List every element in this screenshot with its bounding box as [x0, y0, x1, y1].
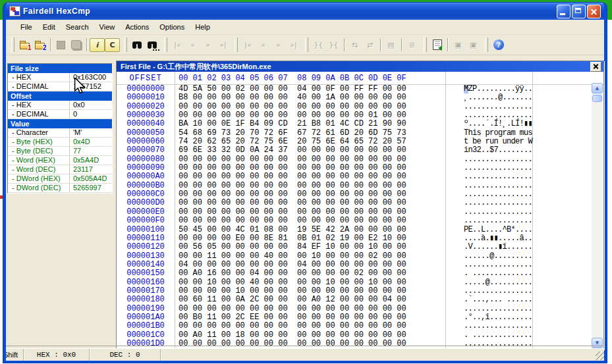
offset-cell: 000001B0	[117, 322, 175, 330]
info-row-label: - Character	[8, 128, 70, 137]
file-number-label: 2	[43, 44, 47, 51]
window-title: Fairdell HexCmp	[23, 7, 90, 16]
hex-row[interactable]: 0000016000 00 10 00 00 40 00 00 00 00 10…	[117, 278, 592, 287]
hex-row[interactable]: 000000C000 00 00 00 00 00 00 00 00 00 00…	[117, 190, 592, 199]
new-compare-button[interactable]	[430, 38, 445, 52]
toolbar-gripper[interactable]	[424, 38, 427, 52]
find-next-button[interactable]	[145, 38, 160, 52]
hex-bytes-cell: 00 00 00 00 00 00 00 00 00 00 00 00 00 0…	[179, 111, 406, 120]
hex-row[interactable]: 0000019000 00 00 00 00 00 00 00 00 00 00…	[117, 305, 592, 313]
hex-row[interactable]: 000000B000 00 00 00 00 00 00 00 00 00 00…	[117, 182, 592, 190]
info-row: - Character'M'	[8, 128, 112, 138]
hex-bytes-cell: 4D 5A 50 00 02 00 00 00 04 00 0F 00 FF F…	[179, 85, 406, 93]
hex-row[interactable]: 00000010B8 00 00 00 00 00 00 00 40 00 1A…	[117, 93, 592, 102]
hex-row[interactable]: 0000015000 A0 16 00 00 04 00 00 00 00 00…	[117, 269, 592, 278]
hex-row[interactable]: 000000D000 00 00 00 00 00 00 00 00 00 00…	[117, 199, 592, 207]
hex-row[interactable]: 0000014004 00 00 00 00 00 00 00 04 00 00…	[117, 261, 592, 269]
toolbar-gripper[interactable]	[485, 38, 488, 52]
menu-bar: FileEditSearchViewActionsOptionsHelp	[6, 20, 604, 35]
hex-row[interactable]: 0000005054 68 69 73 20 70 72 6F 67 72 61…	[117, 129, 592, 138]
info-row-label: - HEX	[8, 73, 70, 82]
prev-diff-button: «	[185, 38, 200, 52]
question-mark-icon: ?	[493, 39, 504, 50]
offset-cell: 00000180	[117, 296, 175, 304]
resize-grip[interactable]	[596, 351, 604, 360]
hex-row[interactable]: 000001B000 00 00 00 00 00 00 00 00 00 00…	[117, 322, 592, 330]
toolbar-gripper[interactable]	[235, 38, 238, 52]
hex-column-headers: OFFSET 00 01 02 03 04 05 06 07 08 09 0A …	[117, 72, 603, 85]
hex-row[interactable]: 0000011000 00 00 00 E0 00 8E 81 0B 01 02…	[117, 234, 592, 243]
info-section-header: Offset	[8, 91, 112, 101]
menu-item-options[interactable]: Options	[154, 21, 190, 33]
hex-row[interactable]: 0000007069 6E 33 32 0D 0A 24 37 00 00 00…	[117, 146, 592, 155]
menu-item-view[interactable]: View	[94, 21, 121, 33]
offset-cell: 00000040	[117, 120, 175, 128]
hex-panel-titlebar[interactable]: First File - G:\工作中常用软件\365DirMon.exe	[117, 61, 603, 72]
hex-panel-close-icon[interactable]	[590, 62, 601, 72]
info-section-header: Value	[8, 119, 112, 128]
hex-row[interactable]: 0000008000 00 00 00 00 00 00 00 00 00 00…	[117, 155, 592, 164]
toolbar-gripper[interactable]	[124, 38, 127, 52]
hex-row[interactable]: 000001A000 B0 11 00 2C EE 00 00 00 00 00…	[117, 313, 592, 322]
next-diff-button: »	[200, 38, 215, 52]
toolbar: 12iC|««»»||««»»|}{}{⇆⇄▤≣▣▣?	[6, 35, 604, 55]
toolbar-gripper[interactable]	[305, 38, 308, 52]
hex-row[interactable]: 000000E000 00 00 00 00 00 00 00 00 00 00…	[117, 208, 592, 217]
hex-rows[interactable]: 000000004D 5A 50 00 02 00 00 00 04 00 0F…	[117, 85, 592, 349]
hex-row[interactable]: 0000010050 45 00 00 4C 01 08 00 19 5E 42…	[117, 226, 592, 234]
ascii-cell: .V......▮ï......	[464, 243, 532, 251]
maximize-button[interactable]	[572, 5, 586, 18]
menu-item-search[interactable]: Search	[61, 21, 94, 33]
hex-row[interactable]: 0000006074 20 62 65 20 72 75 6E 20 75 6E…	[117, 138, 592, 146]
hex-bytes-cell: 00 00 00 00 10 00 00 00 00 00 00 00 00 0…	[179, 287, 406, 296]
close-button[interactable]	[587, 5, 601, 18]
info-panel-toggle-button[interactable]: i	[90, 38, 105, 52]
menu-item-edit[interactable]: Edit	[38, 21, 61, 33]
hex-row[interactable]: 0000012000 56 05 00 00 00 00 00 84 EF 10…	[117, 243, 592, 251]
hex-row[interactable]: 000000004D 5A 50 00 02 00 00 00 04 00 0F…	[117, 85, 592, 93]
hex-row[interactable]: 0000018000 60 11 00 0A 2C 00 00 00 A0 12…	[117, 296, 592, 304]
hex-row[interactable]: 000001C000 A0 11 00 18 00 00 00 00 00 00…	[117, 331, 592, 340]
hex-row[interactable]: 0000013000 00 11 00 00 00 40 00 00 10 00…	[117, 252, 592, 261]
content-area: File size- HEX0x163C00- DECIMAL1457152Of…	[6, 55, 604, 350]
info-row-label: - DECIMAL	[8, 82, 70, 91]
info-row-value: 5265997	[70, 184, 101, 192]
hex-bytes-cell: 00 00 10 00 00 40 00 00 00 00 10 00 00 1…	[179, 278, 406, 287]
glyph-icon: ⇆	[352, 41, 358, 49]
hex-bytes-cell: B8 00 00 00 00 00 00 00 40 00 1A 00 00 0…	[179, 93, 406, 102]
toolbar-gripper[interactable]	[11, 38, 14, 52]
open-file2-button[interactable]: 2	[32, 38, 47, 52]
toolbar-separator	[86, 38, 87, 51]
glyph-icon: ▣	[455, 41, 461, 49]
menu-item-file[interactable]: File	[15, 21, 38, 33]
toolbar-separator	[344, 38, 345, 51]
hex-bytes-cell: 00 00 00 00 00 00 00 00 00 00 00 00 00 0…	[179, 182, 406, 190]
mouse-cursor	[74, 78, 86, 94]
menu-item-help[interactable]: Help	[190, 21, 215, 33]
offset-column-header: OFFSET	[117, 72, 175, 85]
info-row: - HEX0x0	[8, 101, 112, 110]
status-bar: ShiftHEX : 0x0DEC : 0	[6, 346, 604, 360]
sync-offset-button: }{	[326, 38, 341, 52]
hex-row[interactable]: 00000040BA 10 00 0E 1F B4 09 CD 21 B8 01…	[117, 120, 592, 128]
hex-row[interactable]: 0000017000 00 00 00 10 00 00 00 00 00 00…	[117, 287, 592, 296]
info-row-value: 'M'	[70, 128, 82, 137]
minimize-button[interactable]	[557, 5, 570, 18]
scrollbar-thumb[interactable]	[592, 95, 602, 102]
hex-row[interactable]: 0000002000 00 00 00 00 00 00 00 00 00 00…	[117, 103, 592, 111]
title-bar[interactable]: Fairdell HexCmp	[6, 3, 604, 20]
hex-row[interactable]: 000000A000 00 00 00 00 00 00 00 00 00 00…	[117, 172, 592, 181]
find-button[interactable]	[130, 38, 145, 52]
hex-row[interactable]: 0000009000 00 00 00 00 00 00 00 00 00 00…	[117, 164, 592, 172]
open-file1-button[interactable]: 1	[17, 38, 32, 52]
help-button[interactable]: ?	[491, 38, 506, 52]
window-second-button: ▣	[466, 38, 481, 52]
toolbar-gripper[interactable]	[164, 38, 167, 52]
hex-row[interactable]: 000000F000 00 00 00 00 00 00 00 00 00 00…	[117, 217, 592, 225]
file-number-label: 1	[28, 44, 32, 51]
char-panel-toggle-button[interactable]: C	[105, 38, 120, 52]
vertical-scrollbar[interactable]: ▲ ▼	[592, 83, 603, 348]
menu-item-actions[interactable]: Actions	[120, 21, 154, 33]
glyph-icon: }{	[329, 41, 339, 49]
scroll-up-icon[interactable]: ▲	[592, 83, 603, 93]
